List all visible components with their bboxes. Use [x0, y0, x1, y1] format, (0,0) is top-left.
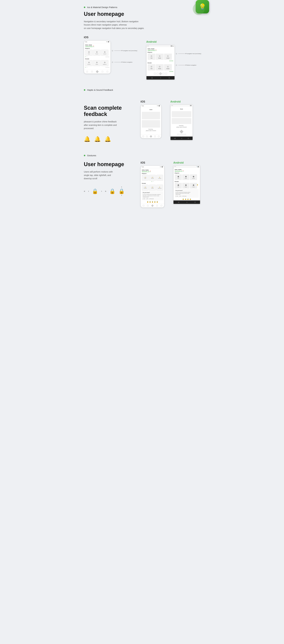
nav-icon-diamond: [96, 70, 99, 73]
gesture-android-donate: Donate: [175, 181, 199, 182]
scan-android-status: ▪ ▪ ▪ ▌ ▌: [171, 104, 193, 106]
scan-ios-label-placeholder: .: [84, 100, 85, 103]
ios-greeting: Hello, Nadia: [85, 44, 109, 46]
ios-donate-label: Donate: [85, 58, 109, 60]
ios-see-more-1: See More: [105, 56, 109, 57]
annotation-nav-hub-text: navigation hub (secondary): [123, 50, 137, 51]
gestures-left: User homepage Users will perform motions…: [84, 161, 132, 196]
section3-heading: User homepage: [84, 161, 132, 168]
android-annotations: ▶ navigation hub (secondary) ▶ Bottom na…: [175, 52, 201, 66]
gesture-android-label: Android: [173, 161, 184, 164]
gesture-do-you-know: Do you know? Is it ok to recycle food & …: [142, 191, 163, 200]
android-status-bar: ▪ ▪ ▪ ▌ ▌ ▬: [146, 45, 175, 47]
gestures-section: User homepage Users will perform motions…: [84, 161, 200, 208]
gesture-card-recycle: «‹ 🔒 ›» Recycle: [149, 175, 156, 181]
section2-bullet: Haptic & Sound Feedback: [84, 89, 200, 91]
ios-card-recycle: ♻ Recycle: [93, 50, 100, 56]
scan-android-body: Scan Scanning...please wait a moment: [171, 106, 193, 136]
scan-ios-nav: [141, 134, 161, 138]
right-arrow: ›: [101, 190, 102, 192]
android-annotation-nav-hub-text: navigation hub (secondary): [187, 53, 201, 54]
scan-ios-label: iOS: [141, 100, 145, 103]
android-card-recycle: ♻ Recycle: [156, 54, 164, 60]
gesture-android-body: Hello, Nadia Manchester, UK 📍 Dispose ♻ …: [174, 168, 200, 200]
ga-card-compost: ♻ Compost: [190, 174, 197, 180]
ios-phone-1: 9:41 ▪▪▪ ◀ ▌ Hello, Nadia United Kingdom…: [84, 40, 111, 74]
section3-bullet-text: Gestures: [87, 154, 96, 157]
gesture-android-location: Manchester, UK 📍: [175, 170, 199, 172]
ios-location: United Kingdom 📍: [85, 46, 109, 47]
ga-dcard-2: ♻ Recycle: [182, 183, 189, 188]
android-system-nav: ◁ ○ □: [146, 76, 175, 80]
ga-card-recycle: ♻ Recycle: [182, 174, 189, 180]
ga-dcard-3: ♻ Compost 🔒: [190, 183, 197, 188]
android-dcard-1: ♻ Trash: [148, 64, 155, 70]
bullet-dot-2: [84, 89, 85, 91]
android-dcard-2: ♻ Recycle: [156, 64, 164, 70]
android-location: United Kingdom 📍: [148, 50, 173, 51]
bell-icon-2: 🔔: [94, 136, 101, 142]
android-card-compost: ♻ Compost: [164, 54, 172, 60]
do-you-know-text: Is it ok to recycle food & beverage cont…: [143, 194, 162, 198]
ga-do-you-know-text: Is it ok to recycle food & beverage cont…: [176, 192, 198, 195]
bell-icon-1: 🔔: [84, 136, 90, 142]
back-icon: ◁: [151, 77, 152, 79]
home-icon: ○: [160, 77, 161, 79]
radio-not-sure: Not sure: [149, 198, 154, 200]
scan-area-bottom: [142, 120, 160, 128]
gesture-bottom-row: 🔒 🔒 🔒 🔒 🔒: [142, 201, 163, 202]
ios-column: iOS 9:41 ▪▪▪ ◀ ▌ Hello, Nadia United Kin…: [84, 36, 137, 74]
do-you-know-title: Do you know?: [143, 192, 162, 194]
ga-gesture-bottom-row: 🔒 🔒 🔒 🔒: [175, 198, 199, 200]
android-greeting: Hello, Nadia: [148, 48, 173, 50]
scan-ios-phone: 9:41 ▪▪▪ ◀ ▌ Scan Scanning...please wait…: [141, 104, 161, 138]
ga-radio-row: Yes No Not sure: [176, 196, 198, 197]
gesture-dcard-appliances: 🔒 Appliances: [156, 184, 163, 190]
scan-area-top: [142, 112, 160, 119]
gesture-ios-status: 9:41 ▪▪▪ ◀ ▌: [141, 166, 164, 168]
gesture-dcard-furniture: «‹ 🔒 ›» Furniture: [142, 184, 149, 190]
gesture-icons-row: « ‹ 🔒 › » 🔒 ⇑ 🔒 ⇓: [84, 186, 132, 196]
ios-annotations: ▶ navigation hub (secondary) ▶ Bottom na…: [111, 50, 137, 64]
scan-ios-body: Scan Scanning...please wait a moment: [141, 107, 161, 134]
scan-ios-col: iOS 9:41 ▪▪▪ ◀ ▌ Scan Scanning...please …: [141, 100, 161, 138]
android-donate-label: Donate: [148, 62, 173, 64]
section1-bullet: Ios & Material Design Patterns: [84, 6, 200, 8]
gesture-android-do-you-know: Do you know? Is it ok to recycle food & …: [175, 189, 199, 198]
annotation-circle-1: [112, 50, 113, 51]
android-card-trash: ♻ Trash: [148, 54, 155, 60]
gesture-android-donate-cards: ♻ Trash ♻ Recycle ♻ Compost 🔒: [175, 183, 199, 188]
gesture-dcard-clothes: «‹ 🔒 ›» Clothes: [149, 184, 156, 190]
annotation-circle-2: [112, 62, 113, 63]
ios-card-furniture: ♻ Furniture: [85, 60, 93, 66]
section1-bullet-text: Ios & Material Design Patterns: [87, 6, 117, 8]
bullet-dot-1: [84, 6, 85, 8]
gesture-android-dispose-cards: ♻ Trash ♻ Recycle ♻ Compost: [175, 174, 199, 180]
ios-signal: ▪▪▪ ◀ ▌: [106, 41, 109, 42]
gesture-android-phone: ▪ ▪ ▪ 🔍 ▌▌ Hello, Nadia Manchester, UK 📍…: [173, 166, 200, 204]
section3-bullet: Gestures: [84, 154, 200, 157]
section1-heading: User homepage: [84, 11, 200, 17]
android-see-more-1: SEE MORE: [169, 60, 173, 61]
gesture-android-status: ▪ ▪ ▪ 🔍 ▌▌: [174, 166, 200, 168]
nav-icon-1: [86, 71, 88, 72]
section2-bullet-text: Haptic & Sound Feedback: [87, 89, 113, 91]
scan-android-system-nav: ◁ ○ □: [171, 136, 193, 140]
gesture-android-greeting: Hello, Nadia: [175, 169, 199, 170]
ga-radio-not-sure: Not sure: [182, 196, 186, 197]
annotation-bottom-nav: ▶ Bottom navigation: [112, 62, 137, 63]
section3-subtext: Users will perform motions with single t…: [84, 170, 132, 180]
scan-icons-row: 🔔 🔔 🔔: [84, 136, 132, 142]
gesture-ios-location: Manchester, UK 📍: [142, 171, 163, 172]
android-dispose-label: Dispose: [148, 52, 173, 53]
section1-phones-row: iOS 9:41 ▪▪▪ ◀ ▌ Hello, Nadia United Kin…: [84, 36, 200, 80]
scan-android-area-top: [172, 111, 191, 117]
section2-divider: Haptic & Sound Feedback: [84, 89, 200, 91]
gesture-ios-body: Hello, Nadia Manchester, UK 📍 Dispose «‹…: [141, 168, 164, 203]
right-arrows: »: [105, 190, 106, 192]
android-dcard-3: ♻ Compost: [164, 64, 172, 70]
scan-android-label-text: Scan: [172, 108, 191, 110]
ios-dispose-cards: ♻ Trash ♻ Recycle ♻ Compost: [85, 50, 109, 56]
gesture-donate-label: Donate: [142, 183, 163, 184]
ios-card-appliances: ♻ Appliances: [101, 60, 108, 66]
